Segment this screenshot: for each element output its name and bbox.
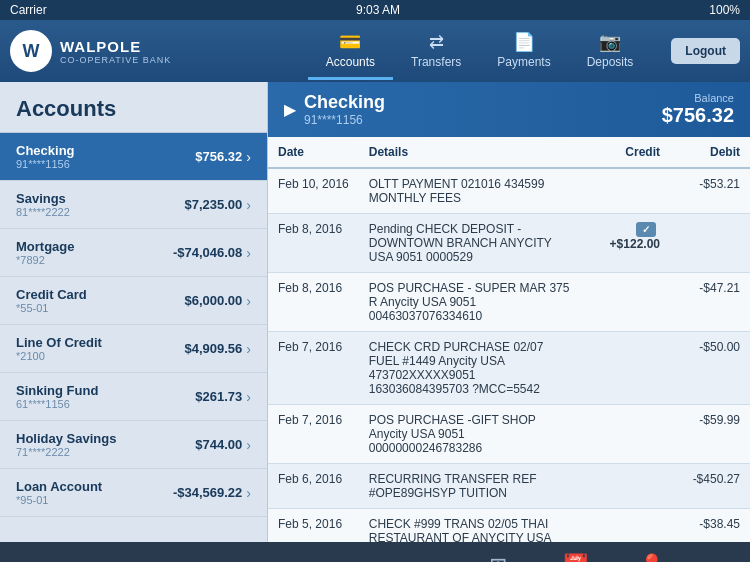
tab-payments-label: Payments [497, 55, 550, 69]
footer-nav: ⊞ Calculator 📅 Calendar 📍 Locations ··· … [474, 553, 730, 562]
account-item[interactable]: Holiday Savings 71****2222 $744.00 › [0, 421, 267, 469]
footer-nav-locations[interactable]: 📍 Locations [628, 553, 675, 562]
logo-initial: W [23, 41, 40, 62]
col-details: Details [359, 137, 580, 168]
battery-label: 100% [709, 3, 740, 17]
account-balance: $7,235.00 [184, 197, 242, 212]
trans-date: Feb 7, 2016 [268, 405, 359, 464]
tab-accounts[interactable]: 💳 Accounts [308, 23, 393, 80]
account-header-title: Checking [304, 92, 385, 113]
trans-debit: -$59.99 [670, 405, 750, 464]
trans-credit [580, 464, 670, 509]
footer-nav-calculator[interactable]: ⊞ Calculator [474, 553, 524, 562]
logo-circle: W [10, 30, 52, 72]
trans-credit [580, 332, 670, 405]
table-row[interactable]: Feb 8, 2016 POS PURCHASE - SUPER MAR 375… [268, 273, 750, 332]
account-item[interactable]: Loan Account *95-01 -$34,569.22 › [0, 469, 267, 517]
table-row[interactable]: Feb 8, 2016 Pending CHECK DEPOSIT - DOWN… [268, 214, 750, 273]
table-row[interactable]: Feb 5, 2016 CHECK #999 TRANS 02/05 THAI … [268, 509, 750, 543]
trans-date: Feb 6, 2016 [268, 464, 359, 509]
balance-label: Balance [662, 92, 734, 104]
expand-icon[interactable]: ▶ [284, 100, 296, 119]
account-item[interactable]: Sinking Fund 61****1156 $261.73 › [0, 373, 267, 421]
check-deposit-icon: ✓ [636, 222, 656, 237]
main-layout: Accounts Checking 91****1156 $756.32 › S… [0, 82, 750, 542]
account-item-left: Savings 81****2222 [16, 191, 184, 218]
account-balance: $6,000.00 [184, 293, 242, 308]
trans-debit: -$53.21 [670, 168, 750, 214]
chevron-right-icon: › [246, 341, 251, 357]
table-row[interactable]: Feb 10, 2016 OLTT PAYMENT 021016 434599 … [268, 168, 750, 214]
account-item[interactable]: Mortgage *7892 -$74,046.08 › [0, 229, 267, 277]
logo-area: W WALPOLE CO-OPERATIVE BANK [10, 30, 171, 72]
trans-details: CHECK #999 TRANS 02/05 THAI RESTAURANT O… [359, 509, 580, 543]
status-bar: Carrier 9:03 AM 100% [0, 0, 750, 20]
deposits-icon: 📷 [599, 31, 621, 53]
bank-name: WALPOLE [60, 38, 171, 55]
trans-debit [670, 214, 750, 273]
time-label: 9:03 AM [356, 3, 400, 17]
account-item-left: Holiday Savings 71****2222 [16, 431, 195, 458]
chevron-right-icon: › [246, 197, 251, 213]
chevron-right-icon: › [246, 245, 251, 261]
payments-icon: 📄 [513, 31, 535, 53]
col-date: Date [268, 137, 359, 168]
account-item-left: Mortgage *7892 [16, 239, 173, 266]
account-item[interactable]: Savings 81****2222 $7,235.00 › [0, 181, 267, 229]
footer-nav-more[interactable]: ··· More [705, 553, 730, 562]
tab-transfers[interactable]: ⇄ Transfers [393, 23, 479, 80]
chevron-right-icon: › [246, 389, 251, 405]
sidebar-title: Accounts [0, 82, 267, 133]
tab-accounts-label: Accounts [326, 55, 375, 69]
transfers-icon: ⇄ [429, 31, 444, 53]
account-item-right: $744.00 › [195, 437, 251, 453]
account-number: *7892 [16, 254, 173, 266]
tab-payments[interactable]: 📄 Payments [479, 23, 568, 80]
account-number: 71****2222 [16, 446, 195, 458]
table-row[interactable]: Feb 7, 2016 POS PURCHASE -GIFT SHOP Anyc… [268, 405, 750, 464]
account-item[interactable]: Checking 91****1156 $756.32 › [0, 133, 267, 181]
account-item[interactable]: Credit Card *55-01 $6,000.00 › [0, 277, 267, 325]
account-item-right: -$34,569.22 › [173, 485, 251, 501]
content-header-left: ▶ Checking 91****1156 [284, 92, 385, 127]
logout-button[interactable]: Logout [671, 38, 740, 64]
account-list: Checking 91****1156 $756.32 › Savings 81… [0, 133, 267, 517]
calendar-icon: 📅 [562, 553, 589, 562]
account-header-num: 91****1156 [304, 113, 385, 127]
accounts-icon: 💳 [339, 31, 361, 53]
trans-credit [580, 509, 670, 543]
transaction-rows: Feb 10, 2016 OLTT PAYMENT 021016 434599 … [268, 168, 750, 542]
tab-transfers-label: Transfers [411, 55, 461, 69]
account-item-left: Checking 91****1156 [16, 143, 195, 170]
account-name: Checking [16, 143, 195, 158]
trans-debit: -$50.00 [670, 332, 750, 405]
content-header: ▶ Checking 91****1156 Balance $756.32 [268, 82, 750, 137]
trans-details: OLTT PAYMENT 021016 434599 MONTHLY FEES [359, 168, 580, 214]
account-item-left: Loan Account *95-01 [16, 479, 173, 506]
trans-details: CHECK CRD PURCHASE 02/07 FUEL #1449 Anyc… [359, 332, 580, 405]
col-debit: Debit [670, 137, 750, 168]
account-balance: $756.32 [195, 149, 242, 164]
account-name: Savings [16, 191, 184, 206]
account-number: *55-01 [16, 302, 184, 314]
chevron-right-icon: › [246, 149, 251, 165]
account-item[interactable]: Line Of Credit *2100 $4,909.56 › [0, 325, 267, 373]
account-header-info: Checking 91****1156 [304, 92, 385, 127]
account-number: 91****1156 [16, 158, 195, 170]
tab-deposits[interactable]: 📷 Deposits [569, 23, 652, 80]
trans-debit: -$450.27 [670, 464, 750, 509]
table-row[interactable]: Feb 7, 2016 CHECK CRD PURCHASE 02/07 FUE… [268, 332, 750, 405]
trans-date: Feb 8, 2016 [268, 214, 359, 273]
account-balance: -$74,046.08 [173, 245, 242, 260]
account-number: 61****1156 [16, 398, 195, 410]
account-item-left: Sinking Fund 61****1156 [16, 383, 195, 410]
account-balance: -$34,569.22 [173, 485, 242, 500]
account-name: Sinking Fund [16, 383, 195, 398]
col-credit: Credit [580, 137, 670, 168]
chevron-right-icon: › [246, 437, 251, 453]
table-row[interactable]: Feb 6, 2016 RECURRING TRANSFER REF #OPE8… [268, 464, 750, 509]
footer-nav-calendar[interactable]: 📅 Calendar [553, 553, 598, 562]
logo-text: WALPOLE CO-OPERATIVE BANK [60, 38, 171, 65]
trans-credit [580, 405, 670, 464]
content-area: ▶ Checking 91****1156 Balance $756.32 Da… [268, 82, 750, 542]
